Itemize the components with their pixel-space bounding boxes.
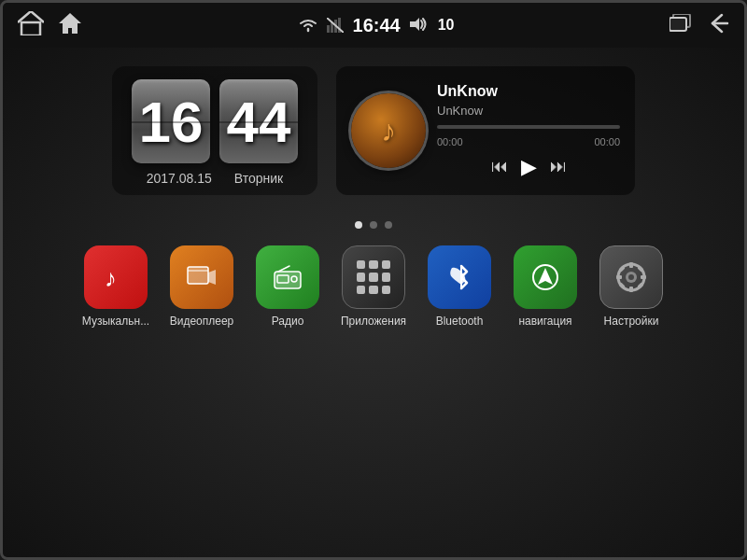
next-button[interactable]: ⏭ [550, 157, 567, 176]
app-nav[interactable]: навигация [508, 245, 583, 328]
svg-rect-24 [629, 262, 633, 268]
home-filled-icon[interactable] [57, 11, 83, 39]
status-right [669, 13, 729, 37]
clock-hour: 16 [132, 79, 210, 163]
app-video[interactable]: Видеоплеер [164, 245, 239, 328]
svg-rect-9 [669, 18, 686, 31]
music-widget: ♪ UnKnow UnKnow 00:00 00:00 ⏮ ▶ ⏭ [336, 66, 635, 195]
app-bt-icon [428, 245, 491, 309]
svg-rect-0 [21, 22, 40, 35]
app-nav-icon [514, 245, 577, 309]
app-radio[interactable]: Радио [250, 245, 325, 328]
app-music-icon: ♪ [84, 245, 148, 309]
svg-text:♪: ♪ [105, 264, 117, 292]
svg-marker-20 [538, 268, 553, 285]
svg-marker-7 [410, 18, 419, 31]
apps-row: ♪ Музыкальн... Видеоплеер [18, 245, 729, 328]
svg-line-17 [278, 266, 289, 272]
main-content: 16 44 2017.08.15 Вторник ♪ UnKnow UnKnow [3, 48, 744, 557]
app-settings-label: Настройки [604, 315, 659, 328]
widgets-row: 16 44 2017.08.15 Вторник ♪ UnKnow UnKnow [18, 66, 729, 195]
clock-digits: 16 44 [132, 79, 298, 163]
music-info: UnKnow UnKnow 00:00 00:00 ⏮ ▶ ⏭ [437, 83, 620, 179]
device-frame: 16:44 10 [0, 0, 747, 560]
clock-widget: 16 44 2017.08.15 Вторник [112, 66, 317, 195]
app-settings[interactable]: Настройки [594, 245, 669, 328]
status-bar: 16:44 10 [3, 3, 744, 48]
music-progress-bar[interactable] [437, 125, 620, 129]
app-radio-label: Радио [272, 315, 304, 328]
dot-indicator [355, 221, 392, 229]
grid-icon [357, 260, 390, 294]
dot-3[interactable] [385, 221, 392, 229]
back-arrow-icon[interactable] [705, 13, 729, 37]
svg-rect-26 [616, 275, 622, 279]
svg-rect-25 [629, 287, 633, 292]
volume-icon [410, 15, 429, 36]
app-video-icon [170, 245, 233, 309]
music-artist: UnKnow [437, 104, 620, 118]
play-button[interactable]: ▶ [521, 155, 537, 179]
app-apps-icon [342, 245, 405, 309]
home-outline-icon[interactable] [18, 11, 44, 39]
app-video-label: Видеоплеер [170, 315, 234, 328]
music-time-row: 00:00 00:00 [437, 136, 620, 147]
svg-marker-12 [208, 270, 216, 285]
status-left [18, 11, 83, 39]
signal-icon [327, 18, 344, 33]
music-controls: ⏮ ▶ ⏭ [437, 155, 620, 179]
album-art: ♪ [351, 93, 426, 168]
app-bluetooth[interactable]: Bluetooth [422, 245, 497, 328]
svg-rect-2 [327, 25, 330, 33]
app-music-label: Музыкальн... [82, 315, 149, 328]
task-switch-icon[interactable] [669, 14, 692, 36]
clock-date: 2017.08.15 [147, 171, 212, 186]
app-radio-icon [256, 245, 319, 309]
svg-marker-1 [59, 13, 81, 34]
app-bt-label: Bluetooth [436, 315, 484, 328]
music-title: UnKnow [437, 83, 620, 100]
app-nav-label: навигация [518, 315, 571, 328]
music-time-total: 00:00 [594, 136, 620, 147]
clock-minute: 44 [219, 79, 298, 163]
app-apps-label: Приложения [341, 315, 406, 328]
status-center: 16:44 10 [299, 15, 455, 36]
clock-day: Вторник [234, 171, 283, 186]
svg-rect-11 [188, 267, 208, 284]
dot-2[interactable] [370, 221, 377, 229]
clock-info: 2017.08.15 Вторник [147, 171, 283, 186]
svg-rect-27 [641, 275, 646, 279]
music-time-current: 00:00 [437, 136, 463, 147]
status-time: 16:44 [353, 15, 401, 36]
app-apps[interactable]: Приложения [336, 245, 411, 328]
svg-point-23 [628, 274, 634, 280]
prev-button[interactable]: ⏮ [491, 157, 508, 176]
app-settings-icon [599, 245, 663, 309]
music-note-icon: ♪ [381, 114, 396, 148]
dot-1[interactable] [355, 221, 362, 229]
volume-level: 10 [438, 17, 455, 34]
app-music[interactable]: ♪ Музыкальн... [78, 245, 153, 328]
wifi-icon [299, 18, 317, 33]
